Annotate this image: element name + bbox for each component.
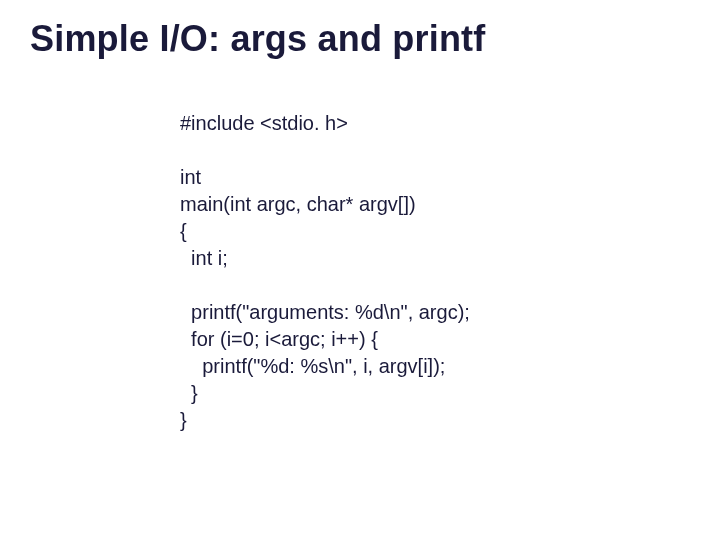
slide: Simple I/O: args and printf #include <st… bbox=[0, 0, 720, 540]
code-block: #include <stdio. h> int main(int argc, c… bbox=[180, 110, 470, 434]
slide-title: Simple I/O: args and printf bbox=[30, 18, 485, 60]
